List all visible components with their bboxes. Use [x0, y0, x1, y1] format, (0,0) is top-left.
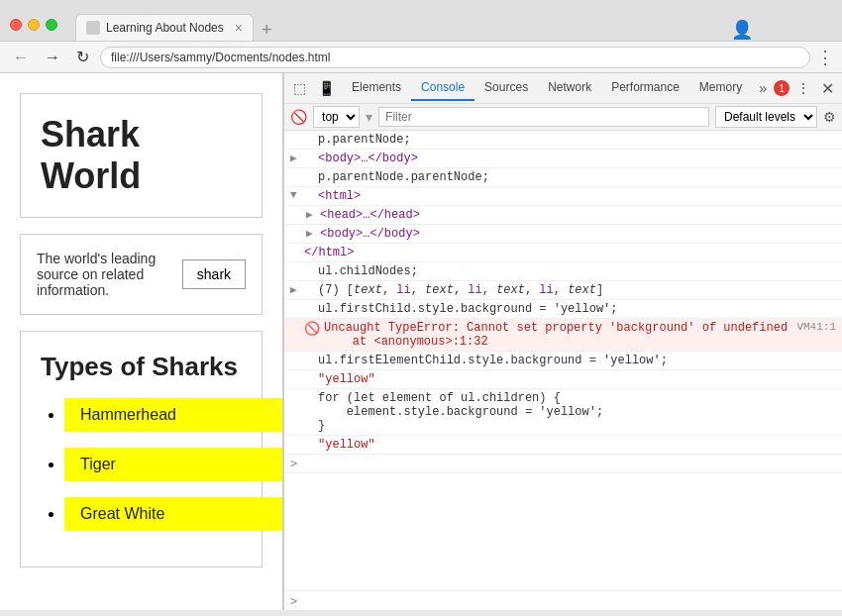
tab-title: Learning About Nodes: [106, 21, 224, 35]
console-line-text: <head>…</head>: [320, 208, 836, 222]
traffic-lights: [10, 19, 57, 31]
console-line-text: <body>…</body>: [320, 227, 836, 241]
description-box: The world's leading source on related in…: [20, 234, 263, 315]
filter-dropdown-icon: ▾: [366, 109, 372, 125]
address-input[interactable]: [100, 47, 810, 68]
shark-name-label: Tiger: [64, 448, 283, 481]
console-line: ul.firstChild.style.background = 'yellow…: [284, 300, 842, 319]
devtools-close-button[interactable]: ✕: [817, 77, 838, 100]
console-line: ▶<head>…</head>: [284, 206, 842, 225]
console-line-text: "yellow": [318, 372, 836, 386]
console-line-text: <html>: [318, 189, 836, 203]
devtools-tab-performance[interactable]: Performance: [601, 75, 689, 101]
devtools-settings-button[interactable]: ⋮: [791, 77, 815, 99]
browser-menu-button[interactable]: ⋮: [816, 47, 834, 68]
console-input-row: >: [284, 590, 842, 610]
browser-chrome: Learning About Nodes × + 👤 ← → ↻ ⋮: [0, 0, 842, 73]
tab-bar: Learning About Nodes × + 👤: [65, 14, 832, 41]
minimize-window-button[interactable]: [28, 19, 40, 31]
tab-favicon: [86, 21, 100, 35]
shark-list-item: Tiger: [64, 448, 242, 481]
expand-arrow-icon[interactable]: ▶: [306, 208, 316, 221]
address-bar-row: ← → ↻ ⋮: [0, 41, 842, 73]
devtools-panel: ⬚ 📱 ElementsConsoleSourcesNetworkPerform…: [283, 73, 842, 610]
console-line: "yellow": [284, 370, 842, 389]
page-title: Shark World: [41, 114, 141, 196]
console-line-text: Uncaught TypeError: Cannot set property …: [324, 321, 789, 349]
console-toolbar: 🚫 top ▾ Default levels ⚙: [284, 104, 842, 131]
shark-list-item: Hammerhead: [64, 398, 242, 432]
devtools-tabs: ElementsConsoleSourcesNetworkPerformance…: [342, 75, 752, 101]
devtools-right-toolbar: » 1 ⋮ ✕: [754, 77, 838, 100]
console-line: "yellow": [284, 436, 842, 455]
back-button[interactable]: ←: [8, 47, 34, 68]
inspect-element-button[interactable]: ⬚: [288, 77, 311, 99]
console-clear-button[interactable]: 🚫: [290, 109, 307, 125]
error-line-number: VM41:1: [789, 321, 836, 333]
webpage-content: Shark World The world's leading source o…: [0, 73, 282, 603]
console-prompt-symbol: >: [290, 594, 297, 608]
device-toolbar-button[interactable]: 📱: [313, 77, 340, 99]
console-line-text: ul.firstElementChild.style.background = …: [318, 354, 836, 367]
shark-list-item: Great White: [64, 497, 242, 531]
console-prompt-gt: >: [290, 457, 297, 470]
browser-tab[interactable]: Learning About Nodes ×: [75, 14, 254, 41]
maximize-window-button[interactable]: [46, 19, 57, 31]
context-select[interactable]: top: [313, 106, 360, 128]
console-settings-button[interactable]: ⚙: [823, 109, 836, 125]
console-line-text: ul.childNodes;: [318, 264, 836, 278]
shark-name-label: Hammerhead: [64, 398, 283, 432]
devtools-tab-network[interactable]: Network: [538, 75, 601, 101]
types-box: Types of Sharks HammerheadTigerGreat Whi…: [20, 331, 263, 567]
shark-world-box: Shark World: [20, 93, 263, 218]
shark-button[interactable]: shark: [182, 259, 246, 289]
console-filter-input[interactable]: [378, 107, 709, 127]
console-output: p.parentNode;▶ <body>…</body> p.parentNo…: [284, 131, 842, 590]
console-prompt-line[interactable]: >: [284, 455, 842, 473]
console-line-text: "yellow": [318, 438, 836, 452]
more-tools-button[interactable]: »: [754, 77, 772, 99]
console-line-text: p.parentNode.parentNode;: [318, 170, 836, 184]
console-line-text: (7) [text, li, text, li, text, li, text]: [318, 283, 836, 297]
new-tab-button[interactable]: +: [254, 20, 280, 41]
main-area: Shark World The world's leading source o…: [0, 73, 842, 610]
close-window-button[interactable]: [10, 19, 22, 31]
console-line-text: p.parentNode;: [318, 133, 836, 147]
devtools-tab-sources[interactable]: Sources: [474, 75, 538, 101]
devtools-tab-memory[interactable]: Memory: [689, 75, 752, 101]
console-line: </html>: [284, 244, 842, 262]
refresh-button[interactable]: ↻: [71, 46, 94, 68]
console-line: ▶<body>…</body>: [284, 225, 842, 244]
console-line: p.parentNode;: [284, 131, 842, 150]
console-line: ul.childNodes;: [284, 262, 842, 281]
console-line-text: for (let element of ul.children) { eleme…: [318, 391, 836, 433]
console-line-text: ul.firstChild.style.background = 'yellow…: [318, 302, 836, 316]
shark-list: HammerheadTigerGreat White: [41, 398, 242, 531]
expand-arrow-icon[interactable]: ▶: [290, 283, 300, 296]
console-line: ▼ <html>: [284, 187, 842, 206]
console-line: ▶ <body>…</body>: [284, 150, 842, 168]
console-line-text: </html>: [304, 246, 836, 259]
console-line: 🚫Uncaught TypeError: Cannot set property…: [284, 319, 842, 352]
profile-button[interactable]: 👤: [731, 19, 753, 41]
devtools-toolbar: ⬚ 📱 ElementsConsoleSourcesNetworkPerform…: [284, 73, 842, 104]
console-line: ul.firstElementChild.style.background = …: [284, 352, 842, 370]
webpage-panel: Shark World The world's leading source o…: [0, 73, 283, 610]
forward-button[interactable]: →: [40, 47, 65, 68]
types-title: Types of Sharks: [41, 352, 242, 382]
expand-arrow-icon[interactable]: ▶: [290, 152, 300, 164]
console-line-text: <body>…</body>: [318, 152, 836, 165]
title-bar: Learning About Nodes × + 👤: [0, 0, 842, 41]
devtools-tab-console[interactable]: Console: [411, 75, 474, 101]
error-icon: 🚫: [304, 321, 320, 337]
expand-arrow-icon[interactable]: ▼: [290, 189, 300, 201]
console-line: for (let element of ul.children) { eleme…: [284, 389, 842, 436]
error-badge: 1: [774, 80, 789, 96]
tab-close-button[interactable]: ×: [235, 20, 243, 36]
description-text: The world's leading source on related in…: [37, 251, 182, 298]
devtools-tab-elements[interactable]: Elements: [342, 75, 411, 101]
shark-name-label: Great White: [64, 497, 283, 531]
expand-arrow-icon[interactable]: ▶: [306, 227, 316, 240]
console-line: ▶ (7) [text, li, text, li, text, li, tex…: [284, 281, 842, 300]
log-level-select[interactable]: Default levels: [715, 106, 817, 128]
